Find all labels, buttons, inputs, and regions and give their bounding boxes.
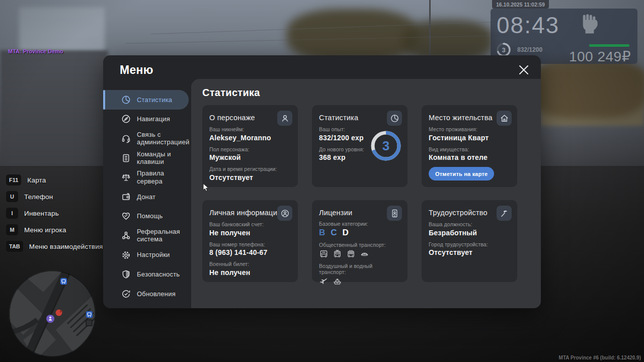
sidebar-item-statistics[interactable]: Статистика xyxy=(103,90,189,110)
category-b: B xyxy=(319,228,325,238)
build-version: MTA Province #6 (build: 6.12420.9) xyxy=(559,355,641,360)
key-hint-inventory: I Инвентарь xyxy=(6,208,103,219)
mark-on-map-button[interactable]: Отметить на карте xyxy=(429,167,494,180)
card-employment: Трудоустройство Ваша должность: Безработ… xyxy=(422,200,517,282)
trolleybus-icon xyxy=(346,249,356,259)
document-icon xyxy=(121,153,131,163)
wallet-icon xyxy=(121,192,131,202)
hud-money: 100 249₽ xyxy=(569,48,631,65)
sidebar-item-donate[interactable]: Донат xyxy=(103,187,191,207)
hud-exp-text: 832/1200 xyxy=(517,46,542,53)
menu-panel: Меню Статистика Навигация Связь с админи… xyxy=(103,55,541,308)
cap-icon xyxy=(360,249,369,259)
heart-icon xyxy=(121,211,131,221)
key-hint-phone: U Телефон xyxy=(6,191,103,202)
sidebar-item-navigation[interactable]: Навигация xyxy=(103,110,191,129)
menu-title: Меню xyxy=(120,63,153,77)
pie-chart-icon xyxy=(121,95,131,105)
scales-icon xyxy=(121,172,131,182)
shield-icon xyxy=(121,269,131,279)
key-hint-map: F11 Карта xyxy=(6,174,103,186)
headset-icon xyxy=(121,134,131,143)
stats-cards: О персонаже Ваш никнейм: Aleksey_Moranno… xyxy=(202,105,517,282)
keycap: TAB xyxy=(6,241,23,252)
card-residence: Место жительства Место проживания: Гости… xyxy=(422,105,517,187)
minimap xyxy=(8,269,97,358)
key-hint-player-menu: M Меню игрока xyxy=(6,224,103,235)
sidebar-item-commands[interactable]: Команды и клавиши xyxy=(103,148,191,168)
bus-icon xyxy=(319,249,329,259)
user-icon xyxy=(277,111,292,126)
keycap: F11 xyxy=(6,174,21,186)
key-hints: F11 Карта U Телефон I Инвентарь M Меню и… xyxy=(6,174,103,252)
hud-clock: 08:43 xyxy=(497,12,559,39)
network-icon xyxy=(121,231,131,240)
svg-text:3: 3 xyxy=(382,138,389,153)
compass-icon xyxy=(121,114,131,124)
home-icon xyxy=(497,111,512,126)
card-personal-info: Личная информация Ваш банковский счет: Н… xyxy=(202,200,298,282)
ship-icon xyxy=(333,277,342,286)
category-c: C xyxy=(331,228,337,238)
fist-icon xyxy=(581,13,598,35)
plane-icon xyxy=(319,277,329,286)
menu-content: Статистика О персонаже Ваш никнейм: Alek… xyxy=(191,79,541,308)
minimap-bus-stop-icon xyxy=(60,278,67,285)
category-d: D xyxy=(343,228,349,238)
air-water-transport-icons xyxy=(319,277,400,286)
pie-chart-icon xyxy=(387,111,402,126)
svg-text:3: 3 xyxy=(502,46,505,54)
sidebar-item-server-rules[interactable]: Правила сервера xyxy=(103,167,191,187)
level-progress-ring: 3 xyxy=(370,130,401,161)
server-brand-watermark: MTA: Province Demo xyxy=(8,48,63,54)
license-categories: B C D xyxy=(319,228,400,238)
hud-progress-bar xyxy=(589,44,629,47)
person-badge-icon xyxy=(277,206,292,221)
close-icon[interactable] xyxy=(518,64,530,76)
keycap: U xyxy=(6,191,18,202)
public-transport-icons xyxy=(319,249,400,259)
card-statistics: Статистика Ваш опыт: 832/1200 exp До нов… xyxy=(312,105,408,187)
sidebar-item-admin-contact[interactable]: Связь с администрацией xyxy=(103,129,191,148)
tram-icon xyxy=(333,249,342,259)
hud-datetime: 16.10.2025 11:02:59 xyxy=(492,0,549,9)
sidebar-item-help[interactable]: Помощь xyxy=(103,207,191,226)
key-hint-interaction: TAB Меню взаимодействия xyxy=(6,241,103,252)
sidebar-item-security[interactable]: Безопасность xyxy=(103,264,191,284)
card-licenses: Лицензии Базовые категории: B C D Общест… xyxy=(312,200,408,282)
gear-icon xyxy=(121,250,131,260)
content-heading: Статистика xyxy=(202,87,260,99)
sidebar-item-settings[interactable]: Настройки xyxy=(103,245,191,265)
update-check-icon xyxy=(121,289,131,299)
mouse-cursor xyxy=(203,183,210,192)
sidebar-item-updates[interactable]: Обновления xyxy=(103,284,191,304)
keycap: M xyxy=(6,224,18,235)
pickaxe-icon xyxy=(497,206,512,221)
id-card-icon xyxy=(387,206,402,221)
card-about-character: О персонаже Ваш никнейм: Aleksey_Moranno… xyxy=(202,105,298,187)
keycap: I xyxy=(6,208,18,219)
sidebar-item-referral[interactable]: Реферальная система xyxy=(103,226,191,245)
menu-sidebar: Статистика Навигация Связь с администрац… xyxy=(103,90,191,304)
